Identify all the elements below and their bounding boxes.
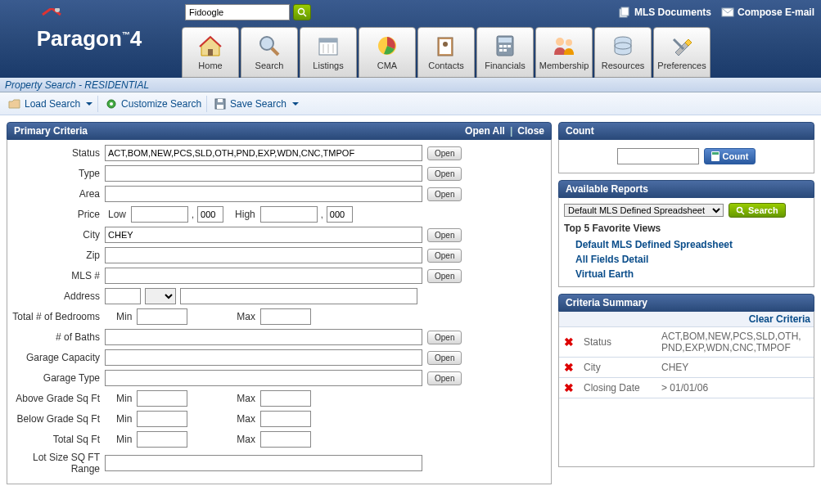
search-icon bbox=[297, 7, 307, 17]
load-search-label: Load Search bbox=[25, 98, 80, 110]
customize-search-button[interactable]: Customize Search bbox=[100, 96, 207, 112]
area-open-button[interactable]: Open bbox=[427, 187, 462, 201]
nav-resources[interactable]: Resources bbox=[594, 27, 652, 78]
above-sqft-min-input[interactable] bbox=[137, 390, 187, 407]
zip-open-button[interactable]: Open bbox=[427, 249, 462, 263]
nav-financials[interactable]: Financials bbox=[476, 27, 534, 78]
baths-open-button[interactable]: Open bbox=[427, 331, 462, 344]
nav-preferences-label: Preferences bbox=[657, 61, 706, 73]
house-roof-icon bbox=[41, 8, 62, 26]
nav-cma[interactable]: CMA bbox=[359, 27, 416, 78]
count-button[interactable]: Count bbox=[704, 148, 756, 164]
favorite-views-heading: Top 5 Favorite Views bbox=[564, 223, 809, 234]
garagetype-input[interactable] bbox=[105, 370, 422, 386]
status-open-button[interactable]: Open bbox=[427, 146, 462, 160]
count-header: Count bbox=[558, 122, 814, 140]
svg-rect-34 bbox=[217, 105, 223, 109]
nav-search-label: Search bbox=[255, 61, 284, 73]
city-open-button[interactable]: Open bbox=[427, 228, 462, 242]
svg-point-26 bbox=[566, 39, 572, 46]
status-input[interactable] bbox=[105, 145, 422, 161]
type-open-button[interactable]: Open bbox=[427, 167, 462, 181]
above-sqft-max-input[interactable] bbox=[260, 390, 311, 407]
caret-down-icon bbox=[292, 102, 299, 106]
below-sqft-min-input[interactable] bbox=[137, 411, 187, 427]
clear-criteria-link[interactable]: Clear Criteria bbox=[559, 312, 814, 327]
price-low-thousands[interactable] bbox=[197, 206, 223, 223]
garagecap-input[interactable] bbox=[105, 349, 422, 366]
address-street-input[interactable] bbox=[180, 288, 417, 304]
tools-icon bbox=[669, 33, 695, 59]
total-sqft-max-input[interactable] bbox=[260, 431, 311, 448]
open-all-link[interactable]: Open All bbox=[465, 125, 505, 137]
below-sqft-max-input[interactable] bbox=[260, 411, 311, 427]
fav-view-1[interactable]: Default MLS Defined Spreadsheet bbox=[564, 237, 809, 252]
nav-contacts[interactable]: Contacts bbox=[417, 27, 475, 78]
mls-input[interactable] bbox=[105, 268, 422, 284]
remove-city-icon[interactable]: ✖ bbox=[564, 361, 574, 374]
logo-tm: ™ bbox=[122, 30, 130, 39]
quick-search-button[interactable] bbox=[293, 4, 311, 20]
below-sqft-min-label: Min bbox=[116, 413, 132, 425]
address-dir-select[interactable] bbox=[145, 288, 176, 304]
svg-point-25 bbox=[556, 38, 564, 46]
total-sqft-min-input[interactable] bbox=[137, 431, 187, 448]
svg-point-17 bbox=[443, 42, 448, 47]
remove-closing-icon[interactable]: ✖ bbox=[564, 381, 574, 394]
city-input[interactable] bbox=[105, 227, 422, 243]
above-sqft-max-label: Max bbox=[237, 393, 255, 404]
quick-search-input[interactable] bbox=[185, 4, 290, 20]
svg-rect-10 bbox=[319, 38, 337, 43]
city-label: City bbox=[12, 229, 105, 241]
garagecap-label: Garage Capacity bbox=[12, 352, 105, 363]
status-label: Status bbox=[12, 147, 105, 159]
bedrooms-max-input[interactable] bbox=[260, 308, 311, 325]
garagecap-open-button[interactable]: Open bbox=[427, 351, 462, 365]
baths-input[interactable] bbox=[105, 329, 422, 345]
bedrooms-label: Total # of Bedrooms bbox=[12, 311, 105, 322]
nav-listings[interactable]: Listings bbox=[300, 27, 357, 78]
reports-search-button[interactable]: Search bbox=[729, 203, 786, 218]
compose-email-link[interactable]: Compose E-mail bbox=[721, 7, 814, 18]
fav-view-3[interactable]: Virtual Earth bbox=[564, 267, 809, 281]
mls-documents-link[interactable]: MLS Documents bbox=[618, 7, 711, 18]
count-panel: Count Count bbox=[558, 122, 814, 173]
remove-status-icon[interactable]: ✖ bbox=[564, 335, 574, 349]
main-panel[interactable]: Primary Criteria Open All | Close Status… bbox=[0, 115, 555, 504]
nav-toolbar: Home Search Listings CMA Contacts Financ… bbox=[178, 25, 821, 78]
address-num-input[interactable] bbox=[105, 288, 141, 304]
load-search-button[interactable]: Load Search bbox=[3, 96, 98, 112]
nav-preferences[interactable]: Preferences bbox=[653, 27, 710, 78]
calculator-small-icon bbox=[711, 151, 720, 161]
nav-search[interactable]: Search bbox=[241, 27, 298, 78]
fav-view-2[interactable]: All Fields Detail bbox=[564, 252, 809, 267]
bedrooms-min-input[interactable] bbox=[137, 308, 187, 325]
garagetype-open-button[interactable]: Open bbox=[427, 371, 462, 385]
breadcrumb: Property Search - RESIDENTIAL bbox=[5, 79, 149, 91]
price-high-thousands[interactable] bbox=[327, 206, 353, 223]
nav-membership[interactable]: Membership bbox=[535, 27, 593, 78]
area-input[interactable] bbox=[105, 186, 422, 202]
save-search-button[interactable]: Save Search bbox=[209, 96, 304, 112]
type-input[interactable] bbox=[105, 165, 422, 182]
price-low-input[interactable] bbox=[131, 206, 188, 223]
svg-point-7 bbox=[260, 37, 273, 50]
close-panel-link[interactable]: Close bbox=[517, 125, 544, 137]
svg-rect-19 bbox=[498, 38, 512, 43]
zip-input[interactable] bbox=[105, 247, 422, 263]
price-low-comma: , bbox=[192, 209, 194, 219]
count-result-input[interactable] bbox=[617, 148, 699, 164]
mls-open-button[interactable]: Open bbox=[427, 269, 462, 283]
lotsqft-input[interactable] bbox=[105, 455, 422, 471]
address-label: Address bbox=[12, 290, 105, 302]
reports-select[interactable]: Default MLS Defined Spreadsheet bbox=[564, 204, 724, 217]
svg-rect-20 bbox=[499, 45, 503, 47]
header-separator: | bbox=[510, 125, 512, 137]
svg-rect-23 bbox=[499, 49, 503, 52]
primary-criteria-title: Primary Criteria bbox=[14, 125, 88, 137]
summary-title: Criteria Summary bbox=[566, 297, 647, 308]
summary-header: Criteria Summary bbox=[558, 294, 814, 312]
nav-home[interactable]: Home bbox=[182, 27, 239, 78]
price-high-input[interactable] bbox=[260, 206, 318, 223]
magnify-icon bbox=[256, 33, 282, 59]
